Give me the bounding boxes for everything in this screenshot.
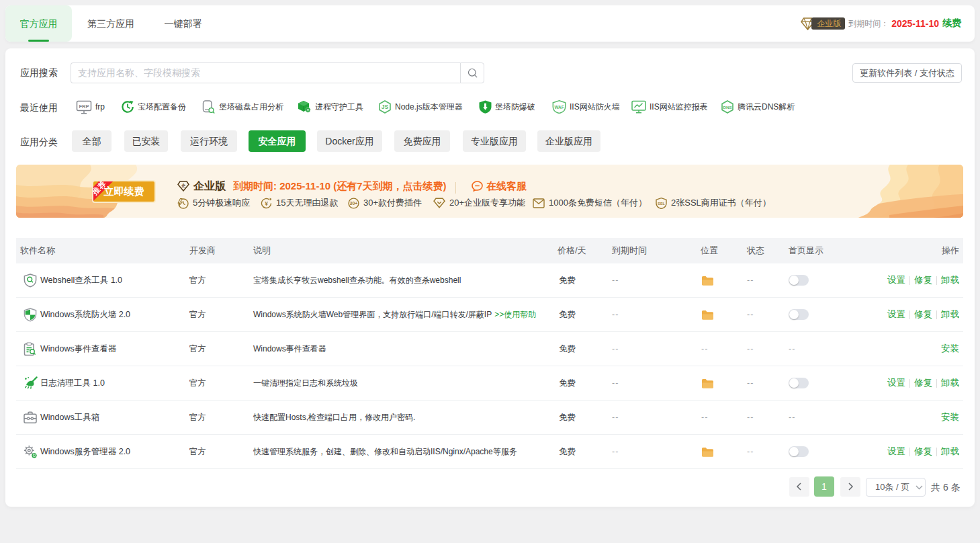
svg-text:WAF: WAF (555, 105, 564, 110)
svg-text:企: 企 (181, 183, 186, 187)
svg-text:DNS: DNS (723, 105, 731, 110)
svg-text:30+: 30+ (350, 201, 358, 206)
svg-text:¥: ¥ (265, 200, 268, 206)
svg-text:FRP: FRP (79, 103, 89, 109)
svg-text:JS: JS (382, 103, 389, 110)
svg-text:SSL: SSL (658, 201, 665, 205)
